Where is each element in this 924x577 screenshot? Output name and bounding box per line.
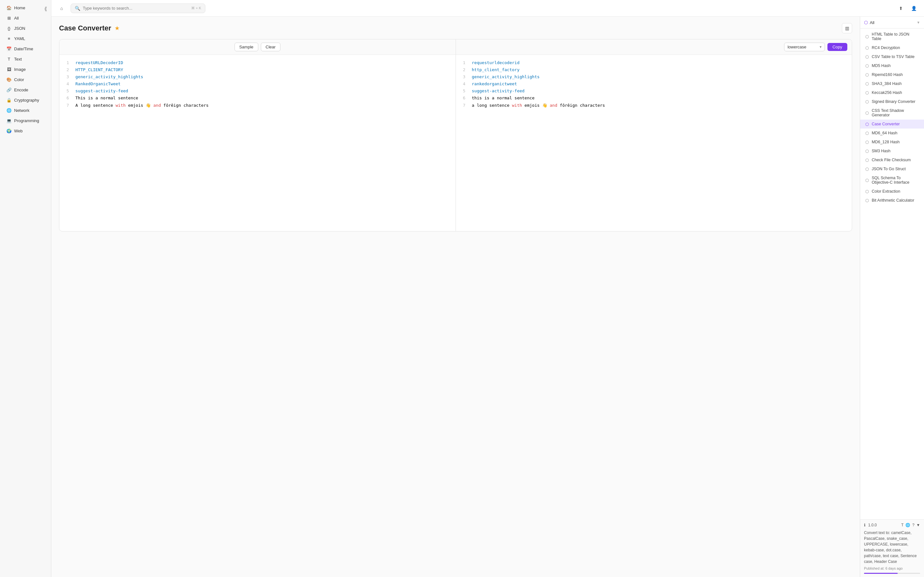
sidebar-item-all[interactable]: ⊞All [2,13,49,23]
input-toolbar: Sample Clear [59,39,456,55]
sidebar-item-text[interactable]: TText [2,54,49,64]
sidebar: ⟪ 🏠Home⊞All{}JSON≡YAML📅Date/TimeTText🖼Im… [0,0,51,577]
right-sidebar: ⬡ All ▼ ⬡HTML Table to JSON Table⬡RC4 De… [860,17,924,577]
right-list-item[interactable]: ⬡Signed Binary Converter [860,97,924,106]
tool-icon: ⬡ [865,90,869,95]
sample-button[interactable]: Sample [234,43,258,51]
favorite-button[interactable]: ★ [115,25,120,32]
tool-icon: ⬡ [865,140,869,144]
output-panel: lowercaseUPPERCASEcamelCasePascalCasesna… [456,39,852,231]
right-list-item[interactable]: ⬡Keccak256 Hash [860,88,924,97]
right-list-item[interactable]: ⬡Ripemd160 Hash [860,70,924,79]
tool-icon: ⬡ [865,55,869,59]
page-title: Case Converter [59,24,111,32]
case-selector-wrapper: lowercaseUPPERCASEcamelCasePascalCasesna… [784,43,825,51]
yaml-icon: ≡ [6,36,11,41]
sidebar-item-encode[interactable]: 🔗Encode [2,85,49,95]
sidebar-item-json[interactable]: {}JSON [2,23,49,33]
tool-icon: ⬡ [865,189,869,193]
right-list-item[interactable]: ⬡Bit Arithmetic Calculator [860,196,924,205]
sidebar-item-datetime[interactable]: 📅Date/Time [2,44,49,53]
image-icon: 🖼 [6,67,11,72]
sidebar-item-color[interactable]: 🎨Color [2,75,49,84]
right-list-item[interactable]: ⬡RC4 Decryption [860,43,924,52]
right-list-item[interactable]: ⬡Case Converter [860,119,924,129]
filter-label: All [870,20,874,25]
tool-icon: ⬡ [865,131,869,135]
input-code-content[interactable]: requestURLDecoderIDHTTP_CLIENT_FACTORYge… [72,55,456,231]
right-list-item[interactable]: ⬡CSV Table to TSV Table [860,52,924,61]
tool-icon: ⬡ [865,111,869,115]
tool-icon: ⬡ [865,158,869,162]
clear-button[interactable]: Clear [261,43,280,51]
right-list-item[interactable]: ⬡SHA3_384 Hash [860,79,924,88]
topbar: ⌂ 🔍 ⌘ + K ⬆ 👤 [51,0,924,17]
programming-icon: 💻 [6,118,11,123]
case-select[interactable]: lowercaseUPPERCASEcamelCasePascalCasesna… [784,43,825,51]
right-list-item[interactable]: ⬡MD6_64 Hash [860,129,924,137]
tool-description: Convert text to: camelCase, PascalCase, … [864,530,920,564]
network-icon: 🌐 [6,108,11,113]
tool-icon: ⬡ [865,34,869,39]
home-button[interactable]: ⌂ [57,3,67,13]
version-number: 1.0.0 [868,523,877,527]
publish-date: Published at: 6 days ago [864,566,920,570]
text-icon: T [6,56,11,61]
input-line-numbers: 1234567 [59,55,72,231]
account-button[interactable]: 👤 [909,3,919,13]
main-content: ⌂ 🔍 ⌘ + K ⬆ 👤 Case Converter ★ ▥ [51,0,924,577]
datetime-icon: 📅 [6,46,11,51]
chevron-down-icon[interactable]: ▼ [916,523,920,527]
tool-icon: ⬡ [865,178,869,182]
tool-icon: ⬡ [865,167,869,171]
sidebar-item-cryptography[interactable]: 🔒Cryptography [2,95,49,105]
search-bar: 🔍 ⌘ + K [71,3,205,13]
input-panel: Sample Clear 1234567 requestURLDecoderID… [59,39,456,231]
encode-icon: 🔗 [6,87,11,92]
chevron-down-icon[interactable]: ▼ [917,21,920,24]
home-icon: 🏠 [6,5,11,10]
tool-icon: ⬡ [865,63,869,68]
sidebar-item-programming[interactable]: 💻Programming [2,116,49,125]
right-list-item[interactable]: ⬡MD6_128 Hash [860,137,924,147]
search-input[interactable] [83,6,189,11]
sidebar-item-home[interactable]: 🏠Home [2,3,49,13]
right-list-item[interactable]: ⬡Check File Checksum [860,155,924,164]
right-list-item[interactable]: ⬡JSON To Go Struct [860,164,924,173]
right-list-item[interactable]: ⬡Color Extraction [860,187,924,196]
right-list-item[interactable]: ⬡SM3 Hash [860,147,924,155]
tool-area: Case Converter ★ ▥ Sample Clear 1234567 … [51,17,860,577]
tool-icon: ⬡ [865,99,869,104]
progress-bar [864,573,898,574]
web-icon: 🌍 [6,128,11,133]
right-list-item[interactable]: ⬡HTML Table to JSON Table [860,30,924,43]
copy-button[interactable]: Copy [827,43,847,51]
sidebar-item-image[interactable]: 🖼Image [2,64,49,74]
bottom-action-icons: T 🌐 ? ▼ [901,523,920,527]
filter-icon: ⬡ [864,20,868,25]
tool-icon: ⬡ [865,198,869,203]
input-code-area: 1234567 requestURLDecoderIDHTTP_CLIENT_F… [59,55,456,231]
sidebar-item-yaml[interactable]: ≡YAML [2,34,49,43]
progress-bar-container [864,573,920,574]
sidebar-toggle[interactable]: ⟪ [44,6,47,12]
font-icon[interactable]: T [901,523,903,527]
keyboard-shortcut: ⌘ + K [191,6,201,10]
tool-list: ⬡HTML Table to JSON Table⬡RC4 Decryption… [860,29,924,519]
converter-container: Sample Clear 1234567 requestURLDecoderID… [59,39,852,231]
output-toolbar: lowercaseUPPERCASEcamelCasePascalCasesna… [456,39,852,55]
share-button[interactable]: ⬆ [896,3,906,13]
tool-header: Case Converter ★ ▥ [59,23,852,33]
help-icon[interactable]: ? [912,523,914,527]
color-icon: 🎨 [6,77,11,82]
sidebar-item-network[interactable]: 🌐Network [2,105,49,115]
cryptography-icon: 🔒 [6,97,11,103]
sidebar-item-web[interactable]: 🌍Web [2,126,49,135]
right-list-item[interactable]: ⬡CSS Text Shadow Generator [860,106,924,119]
right-list-item[interactable]: ⬡MD5 Hash [860,61,924,70]
tool-icon: ⬡ [865,73,869,77]
right-list-item[interactable]: ⬡SQL Schema To Objective-C Interface [860,173,924,187]
info-icon: ℹ [864,523,866,527]
globe-icon[interactable]: 🌐 [905,523,910,527]
layout-toggle-button[interactable]: ▥ [842,23,852,33]
